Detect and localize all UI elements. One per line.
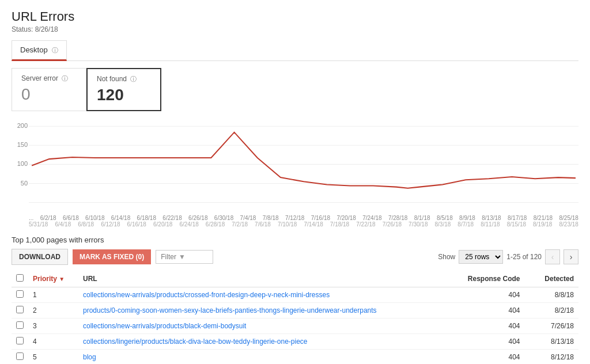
row-checkbox[interactable] (16, 306, 24, 313)
row-priority: 4 (28, 334, 78, 350)
prev-page-button[interactable]: ‹ (545, 249, 560, 264)
pagination-area: Show 25 rows 10 rows 50 rows 1-25 of 120… (438, 249, 578, 264)
chart-area: 200 150 100 50 (12, 120, 578, 213)
row-priority: 5 (28, 350, 78, 365)
toolbar: DOWNLOAD MARK AS FIXED (0) Filter ▼ Show… (12, 249, 578, 265)
row-checkbox[interactable] (16, 337, 24, 344)
row-url: blog (78, 350, 448, 365)
filter-icon: ▼ (179, 253, 186, 261)
metric-not-found-help: ⓘ (130, 75, 137, 82)
url-link[interactable]: blog (83, 353, 96, 361)
table-row: 4 collections/lingerie/products/black-di… (12, 334, 578, 350)
table-row: 2 products/0-coming-soon-women-sexy-lace… (12, 303, 578, 318)
svg-text:150: 150 (17, 141, 28, 148)
metric-server-error-help: ⓘ (62, 75, 68, 82)
metric-not-found-value: 120 (97, 86, 151, 104)
col-detected: Detected (532, 271, 578, 287)
row-checkbox-cell (12, 287, 28, 303)
metric-not-found[interactable]: Not found ⓘ 120 (86, 68, 161, 111)
svg-text:100: 100 (17, 160, 28, 167)
row-checkbox[interactable] (16, 352, 24, 360)
row-response-code: 404 (448, 350, 532, 365)
rows-select[interactable]: 25 rows 10 rows 50 rows (459, 250, 503, 264)
metric-server-error[interactable]: Server error ⓘ 0 (12, 68, 86, 111)
page-title: URL Errors (12, 9, 578, 24)
show-label: Show (438, 253, 455, 261)
row-priority: 2 (28, 303, 78, 318)
table-row: 1 collections/new-arrivals/products/cros… (12, 287, 578, 303)
tabs-bar: Desktop ⓘ (12, 40, 578, 61)
row-checkbox-cell (12, 318, 28, 334)
row-url: products/0-coming-soon-women-sexy-lace-b… (78, 303, 448, 318)
tab-desktop-label: Desktop (20, 46, 48, 54)
row-priority: 1 (28, 287, 78, 303)
col-checkbox (12, 271, 28, 287)
col-priority[interactable]: Priority ▼ (28, 271, 78, 287)
errors-table: Priority ▼ URL Response Code Detected 1 … (12, 271, 578, 364)
row-detected: 8/2/18 (532, 303, 578, 318)
row-response-code: 404 (448, 334, 532, 350)
svg-text:200: 200 (17, 122, 28, 129)
url-link[interactable]: products/0-coming-soon-women-sexy-lace-b… (83, 306, 377, 314)
row-checkbox-cell (12, 334, 28, 350)
row-checkbox-cell (12, 303, 28, 318)
next-page-button[interactable]: › (563, 249, 578, 264)
status-line: Status: 8/26/18 (12, 25, 578, 33)
row-detected: 8/12/18 (532, 350, 578, 365)
chart-svg: 200 150 100 50 (12, 120, 578, 213)
tab-desktop[interactable]: Desktop ⓘ (12, 40, 67, 61)
row-url: collections/lingerie/products/black-diva… (78, 334, 448, 350)
row-detected: 8/8/18 (532, 287, 578, 303)
page-range: 1-25 of 120 (506, 253, 542, 261)
row-checkbox[interactable] (16, 321, 24, 329)
svg-text:50: 50 (21, 179, 28, 186)
filter-box[interactable]: Filter ▼ (156, 250, 213, 264)
url-link[interactable]: collections/new-arrivals/products/black-… (83, 322, 246, 330)
row-response-code: 404 (448, 303, 532, 318)
col-response-code: Response Code (448, 271, 532, 287)
table-row: 3 collections/new-arrivals/products/blac… (12, 318, 578, 334)
row-response-code: 404 (448, 287, 532, 303)
row-checkbox-cell (12, 350, 28, 365)
url-link[interactable]: collections/lingerie/products/black-diva… (83, 338, 308, 346)
metric-not-found-label: Not found ⓘ (97, 75, 151, 84)
row-response-code: 404 (448, 318, 532, 334)
filter-label: Filter (161, 253, 176, 261)
metric-server-error-label: Server error ⓘ (21, 74, 77, 83)
col-url: URL (78, 271, 448, 287)
metrics-row: Server error ⓘ 0 Not found ⓘ 120 (12, 68, 578, 111)
metric-server-error-value: 0 (21, 85, 77, 104)
tab-desktop-help: ⓘ (52, 47, 58, 54)
section-title: Top 1,000 pages with errors (12, 236, 578, 244)
mark-fixed-button[interactable]: MARK AS FIXED (0) (73, 249, 151, 264)
row-url: collections/new-arrivals/products/crosse… (78, 287, 448, 303)
download-button[interactable]: DOWNLOAD (12, 249, 68, 265)
table-row: 5 blog 404 8/12/18 (12, 350, 578, 365)
row-detected: 7/26/18 (532, 318, 578, 334)
row-detected: 8/13/18 (532, 334, 578, 350)
row-priority: 3 (28, 318, 78, 334)
url-link[interactable]: collections/new-arrivals/products/crosse… (83, 291, 330, 299)
row-url: collections/new-arrivals/products/black-… (78, 318, 448, 334)
row-checkbox[interactable] (16, 290, 24, 298)
select-all-checkbox[interactable] (16, 274, 24, 282)
